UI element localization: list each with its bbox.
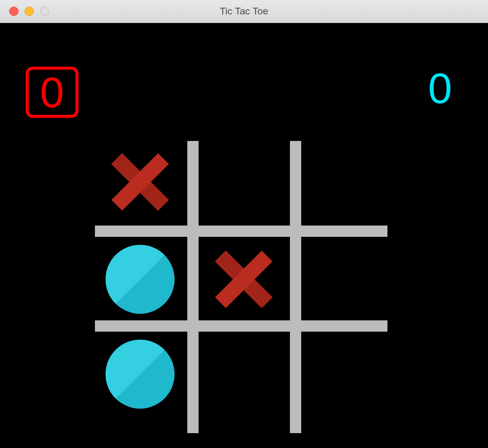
close-icon[interactable]: [9, 7, 18, 16]
window-title: Tic Tac Toe: [0, 6, 488, 17]
board-cell-2-0[interactable]: [95, 333, 185, 415]
board-cell-1-1[interactable]: [199, 238, 288, 320]
board-cell-1-0[interactable]: [95, 238, 185, 320]
grid-line-horizontal: [95, 226, 387, 237]
board-cell-1-2[interactable]: [301, 238, 391, 320]
grid-line-vertical: [187, 141, 199, 433]
minimize-icon[interactable]: [25, 7, 34, 16]
board-cell-2-1[interactable]: [199, 333, 288, 415]
maximize-icon: [40, 7, 49, 16]
score-player-o: 0: [428, 67, 452, 110]
board-cell-0-2[interactable]: [301, 141, 391, 223]
app-window: Tic Tac Toe 0 0: [0, 0, 488, 448]
window-controls: [0, 7, 49, 16]
score-player-x: 0: [26, 67, 79, 118]
grid-line-horizontal: [95, 320, 387, 332]
grid-line-vertical: [290, 141, 301, 433]
x-mark-icon: [104, 146, 176, 218]
board-cell-0-0[interactable]: [95, 141, 185, 223]
x-mark-icon: [208, 243, 280, 315]
board-cell-0-1[interactable]: [199, 141, 288, 223]
o-mark-icon: [104, 243, 176, 315]
game-board: [95, 141, 387, 433]
titlebar: Tic Tac Toe: [0, 0, 488, 23]
game-canvas: 0 0: [0, 23, 488, 448]
o-mark-icon: [104, 338, 176, 410]
board-cell-2-2[interactable]: [301, 333, 391, 415]
